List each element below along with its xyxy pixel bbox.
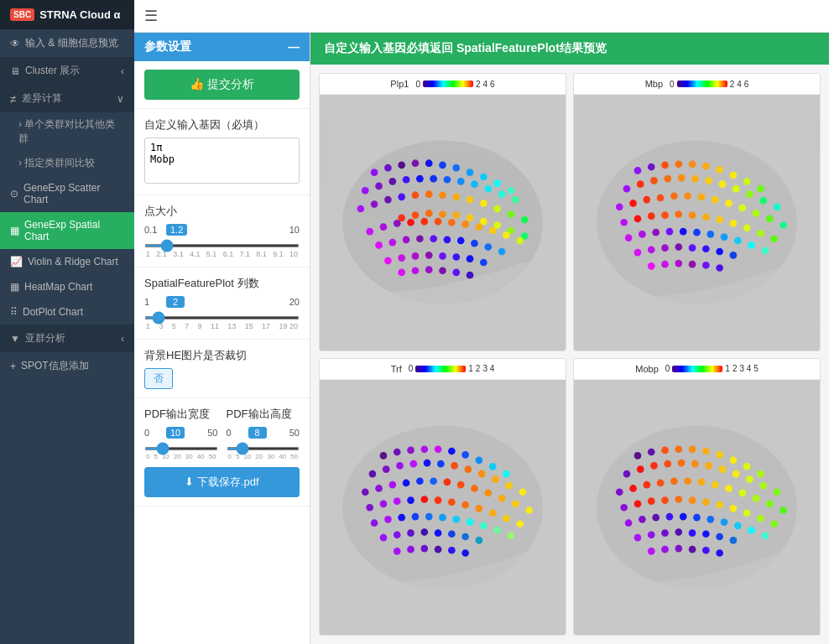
- chart-card-mbp: Mbp 0 246: [573, 73, 821, 351]
- chart-title-mbp: Mbp 0 246: [574, 74, 820, 95]
- svg-point-102: [705, 177, 712, 184]
- sidebar-item-input-preview[interactable]: 👁 输入 & 细胞信息预览: [0, 29, 134, 57]
- svg-point-128: [716, 216, 723, 224]
- sidebar-item-geneexp-spatial[interactable]: ▦ GeneExp Spatial Chart: [0, 212, 134, 249]
- svg-point-54: [448, 219, 456, 226]
- svg-point-30: [425, 190, 433, 198]
- svg-point-166: [461, 450, 469, 458]
- sidebar-item-single-group[interactable]: › 单个类群对比其他类群: [0, 112, 134, 151]
- svg-point-76: [467, 255, 474, 262]
- svg-point-53: [435, 218, 442, 226]
- app-title: STRNA Cloud α: [39, 8, 120, 21]
- sidebar-item-heatmap[interactable]: ▦ HeatMap Chart: [0, 274, 134, 299]
- pdf-height-value: 8: [248, 427, 267, 439]
- svg-point-136: [666, 228, 674, 236]
- svg-point-195: [366, 503, 373, 511]
- svg-point-268: [779, 506, 787, 514]
- sidebar-item-assign-group[interactable]: › 指定类群间比较: [0, 151, 134, 175]
- svg-point-40: [425, 210, 433, 217]
- pdf-width-value: 10: [166, 427, 185, 439]
- svg-point-94: [743, 178, 751, 185]
- chart-title-trf: Trf 0 123 4: [320, 359, 566, 380]
- columns-slider[interactable]: [144, 316, 300, 319]
- svg-point-48: [366, 228, 373, 236]
- download-button[interactable]: ⬇ 下载保存.pdf: [144, 467, 300, 497]
- collapse-icon[interactable]: —: [288, 40, 300, 54]
- svg-point-147: [675, 243, 682, 251]
- svg-point-93: [730, 171, 738, 179]
- svg-point-221: [420, 528, 428, 536]
- svg-point-244: [623, 470, 631, 477]
- svg-point-8: [452, 164, 460, 172]
- svg-point-255: [774, 488, 781, 496]
- svg-point-87: [648, 164, 655, 171]
- submit-section: 👍 提交分析: [134, 61, 310, 109]
- svg-point-238: [689, 445, 696, 453]
- svg-point-145: [648, 246, 655, 253]
- svg-point-225: [476, 536, 483, 543]
- sidebar-item-dotplot[interactable]: ⠿ DotPlot Chart: [0, 299, 134, 325]
- svg-point-231: [461, 549, 469, 557]
- svg-point-82: [452, 269, 460, 277]
- svg-point-96: [623, 185, 631, 193]
- svg-point-62: [403, 236, 410, 244]
- svg-point-167: [476, 456, 483, 464]
- pdf-width-slider[interactable]: [144, 447, 218, 450]
- sidebar-item-diff-calc[interactable]: ≠ 差异计算 ∨: [0, 85, 134, 112]
- bg-crop-button[interactable]: 否: [144, 368, 173, 389]
- svg-point-276: [716, 501, 723, 508]
- chevron-left-icon: ‹: [121, 65, 124, 77]
- svg-point-177: [465, 465, 472, 473]
- svg-point-217: [508, 532, 515, 539]
- svg-point-164: [435, 445, 442, 453]
- svg-point-20: [457, 178, 465, 185]
- svg-point-228: [420, 544, 428, 552]
- point-size-section: 点大小 0.1 1.2 10 12.13.14.15.16.17.18.19.1…: [134, 195, 310, 267]
- svg-point-299: [730, 536, 738, 543]
- svg-point-64: [430, 235, 437, 242]
- svg-point-70: [384, 257, 392, 264]
- svg-point-274: [689, 496, 696, 504]
- gene-input-textarea[interactable]: 1π Mobp: [144, 138, 300, 184]
- svg-point-241: [730, 456, 738, 464]
- filter-icon: ▼: [10, 333, 20, 345]
- point-size-slider[interactable]: [144, 244, 300, 247]
- svg-point-156: [702, 262, 710, 269]
- svg-point-116: [725, 200, 733, 207]
- pdf-width-max: 50: [207, 428, 217, 438]
- svg-point-303: [689, 545, 696, 553]
- svg-point-163: [420, 445, 428, 453]
- preview-header: 自定义输入基因必填返回 SpatialFeaturePlot结果预览: [310, 33, 829, 65]
- chart-card-trf: Trf 0 123 4: [319, 358, 566, 636]
- sidebar-item-spot-add[interactable]: + SPOT信息添加: [0, 352, 134, 380]
- svg-point-258: [643, 480, 650, 488]
- chart-gene-label: Trf: [391, 364, 402, 374]
- pdf-height-slider[interactable]: [227, 447, 300, 450]
- submit-button[interactable]: 👍 提交分析: [144, 70, 300, 100]
- svg-point-301: [661, 545, 669, 553]
- sidebar-item-subcluster[interactable]: ▼ 亚群分析 ‹: [0, 325, 134, 352]
- svg-point-77: [480, 259, 487, 267]
- svg-point-263: [712, 480, 719, 488]
- colorbar-trf: 0 123 4: [409, 364, 495, 373]
- colorbar-plp1: 0 246: [415, 80, 494, 89]
- svg-point-36: [508, 210, 515, 218]
- svg-point-155: [689, 261, 696, 268]
- svg-point-122: [634, 216, 642, 223]
- svg-point-304: [702, 546, 710, 553]
- monitor-icon: 🖥: [10, 65, 20, 77]
- diff-icon: ≠: [10, 92, 17, 106]
- svg-point-302: [675, 544, 682, 552]
- svg-point-126: [689, 211, 696, 219]
- sidebar-item-cluster[interactable]: 🖥 Cluster 展示 ‹: [0, 57, 134, 85]
- svg-point-157: [716, 264, 723, 272]
- svg-point-282: [639, 516, 646, 523]
- svg-point-290: [748, 527, 755, 534]
- chart-content-plp1: [320, 95, 566, 351]
- svg-point-229: [435, 545, 442, 553]
- hamburger-icon[interactable]: ☰: [144, 7, 158, 25]
- sidebar-item-label: SPOT信息添加: [21, 359, 89, 373]
- svg-point-89: [675, 160, 682, 168]
- sidebar-item-violin-ridge[interactable]: 📈 Violin & Ridge Chart: [0, 249, 134, 274]
- sidebar-item-geneexp-scatter[interactable]: ⊙ GeneExp Scatter Chart: [0, 175, 134, 212]
